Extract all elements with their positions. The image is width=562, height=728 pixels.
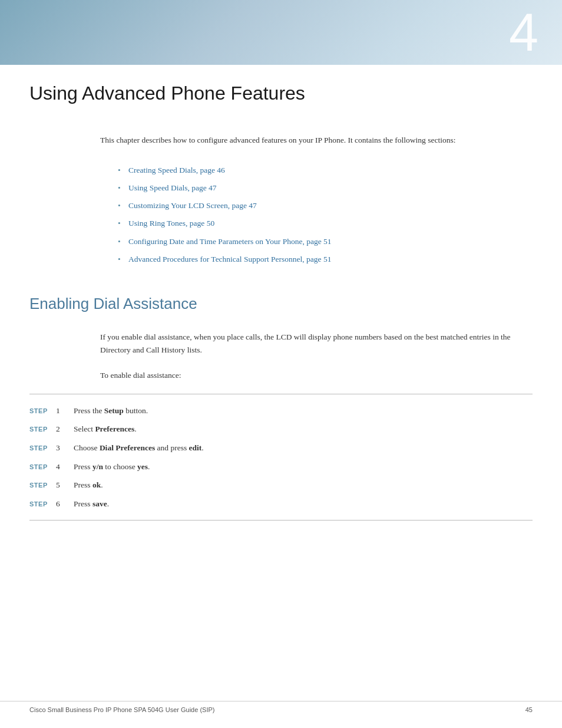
chapter-header: 4 (0, 0, 562, 65)
step-number-6: 6 (56, 498, 74, 510)
toc-list: Creating Speed Dials, page 46 Using Spee… (118, 164, 533, 266)
list-item: Creating Speed Dials, page 46 (118, 164, 533, 176)
footer-left-text: Cisco Small Business Pro IP Phone SPA 50… (29, 706, 214, 713)
toc-link-3[interactable]: Customizing Your LCD Screen, page 47 (128, 201, 257, 210)
toc-link-1[interactable]: Creating Speed Dials, page 46 (128, 166, 225, 174)
step-number-2: 2 (56, 423, 74, 436)
step-content-2: Select Preferences. (74, 423, 533, 436)
list-item: Configuring Date and Time Parameters on … (118, 236, 533, 248)
list-item: Using Ring Tones, page 50 (118, 218, 533, 229)
toc-link-6[interactable]: Advanced Procedures for Technical Suppor… (128, 255, 331, 263)
toc-link-5[interactable]: Configuring Date and Time Parameters on … (128, 237, 332, 246)
steps-container: STEP 1 Press the Setup button. STEP 2 Se… (29, 394, 533, 521)
table-row: STEP 2 Select Preferences. (29, 420, 533, 439)
table-row: STEP 5 Press ok. (29, 476, 533, 495)
intro-paragraph: This chapter describes how to configure … (100, 134, 533, 147)
list-item: Using Speed Dials, page 47 (118, 182, 533, 194)
table-row: STEP 3 Choose Dial Preferences and press… (29, 439, 533, 457)
section-body-1: If you enable dial assistance, when you … (100, 331, 533, 357)
step-label-3: STEP (29, 443, 56, 454)
chapter-title: Using Advanced Phone Features (29, 83, 533, 104)
step-label-4: STEP (29, 462, 56, 473)
section-body-2: To enable dial assistance: (100, 369, 533, 382)
step-content-5: Press ok. (74, 479, 533, 492)
step-number-5: 5 (56, 479, 74, 492)
footer-page-number: 45 (525, 706, 533, 713)
toc-link-4[interactable]: Using Ring Tones, page 50 (128, 219, 214, 228)
step-label-6: STEP (29, 499, 56, 510)
table-row: STEP 1 Press the Setup button. (29, 401, 533, 420)
step-content-1: Press the Setup button. (74, 404, 533, 417)
table-row: STEP 6 Press save. (29, 495, 533, 513)
step-content-4: Press y/n to choose yes. (74, 460, 533, 473)
chapter-number: 4 (509, 6, 538, 59)
content-wrapper: Using Advanced Phone Features This chapt… (0, 83, 562, 521)
steps-top-divider (29, 394, 533, 394)
list-item: Advanced Procedures for Technical Suppor… (118, 253, 533, 265)
section-heading: Enabling Dial Assistance (29, 295, 533, 313)
step-number-4: 4 (56, 460, 74, 473)
steps-bottom-divider (29, 520, 533, 521)
step-label-1: STEP (29, 406, 56, 417)
toc-link-2[interactable]: Using Speed Dials, page 47 (128, 183, 217, 192)
list-item: Customizing Your LCD Screen, page 47 (118, 200, 533, 212)
step-number-1: 1 (56, 404, 74, 417)
table-row: STEP 4 Press y/n to choose yes. (29, 457, 533, 476)
step-label-2: STEP (29, 424, 56, 435)
step-content-3: Choose Dial Preferences and press edit. (74, 442, 533, 454)
step-content-6: Press save. (74, 498, 533, 510)
step-number-3: 3 (56, 442, 74, 454)
page-footer: Cisco Small Business Pro IP Phone SPA 50… (0, 701, 562, 713)
step-label-5: STEP (29, 480, 56, 491)
